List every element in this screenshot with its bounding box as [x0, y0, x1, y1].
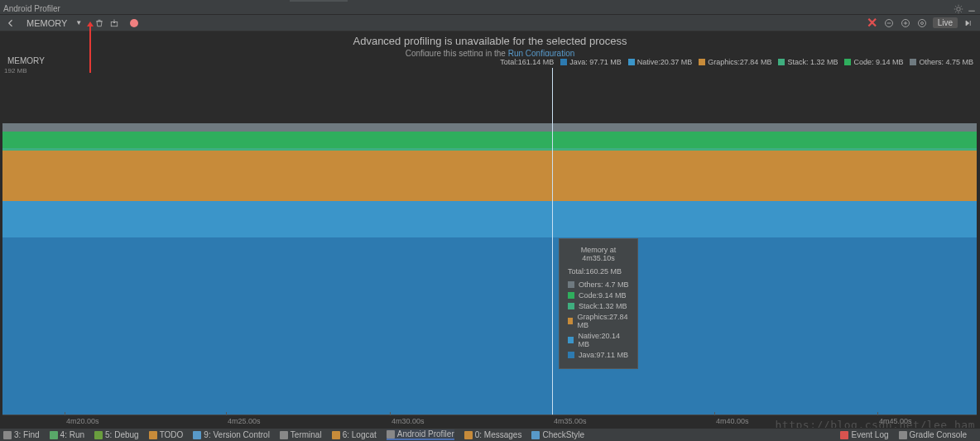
- window-top-strip: [0, 0, 980, 3]
- yaxis-label: 192 MB: [4, 67, 27, 74]
- toolwindow-tab[interactable]: 4: Run: [50, 430, 84, 439]
- tooltip-row: Java:97.11 MB: [568, 351, 629, 359]
- svg-point-5: [920, 22, 923, 24]
- legend-item: Stack: 1.32 MB: [778, 58, 838, 66]
- legend-item: Code: 9.14 MB: [844, 58, 903, 66]
- chart-plot[interactable]: 192 MB 128 64: [2, 68, 977, 415]
- toolwindow-tab[interactable]: 6: Logcat: [332, 430, 377, 439]
- tab-icon: [332, 431, 340, 439]
- time-tick: 4m25.00s: [228, 417, 261, 425]
- toolwindow-tab[interactable]: 3: Find: [3, 430, 40, 439]
- back-arrow-icon[interactable]: [3, 16, 18, 31]
- profiler-message: Advanced profiling is unavailable for th…: [0, 31, 980, 56]
- tab-icon: [50, 431, 58, 439]
- toolwindow-tab[interactable]: Terminal: [280, 430, 322, 439]
- profiler-mode-label[interactable]: MEMORY: [26, 18, 67, 28]
- tooltip-title: Memory at 4m35.10s: [568, 246, 629, 262]
- tooltip-row: Others: 4.7 MB: [568, 280, 629, 289]
- svg-point-0: [957, 7, 961, 11]
- trash-icon[interactable]: [92, 16, 107, 31]
- title-bar: Android Profiler: [0, 3, 980, 15]
- time-tick: 4m40.00s: [716, 417, 749, 425]
- chart-layer-native: [2, 201, 977, 238]
- chart-layer-code: [2, 132, 977, 148]
- tab-icon: [193, 431, 201, 439]
- tab-icon: [840, 431, 848, 439]
- toolwindow-tab[interactable]: Android Profiler: [387, 429, 454, 440]
- toolwindow-tab[interactable]: Event Log: [840, 430, 888, 439]
- legend-item: Native:20.37 MB: [628, 58, 693, 66]
- export-icon[interactable]: [107, 16, 122, 31]
- time-tick: 4m20.00s: [66, 417, 99, 425]
- tab-icon: [280, 431, 288, 439]
- toolwindow-tab[interactable]: 0: Messages: [464, 430, 522, 439]
- tooltip-row: Native:20.14 MB: [568, 332, 629, 348]
- toolwindow-tab[interactable]: 9: Version Control: [193, 430, 270, 439]
- zoom-in-icon[interactable]: [899, 17, 912, 30]
- chart-layer-java: [2, 237, 977, 415]
- svg-point-4: [918, 19, 925, 26]
- annotation-arrow: [89, 25, 91, 73]
- chart-title: MEMORY: [7, 56, 45, 65]
- tooltip-row: Code:9.14 MB: [568, 291, 629, 300]
- toolwindow-tab[interactable]: 5: Debug: [94, 430, 139, 439]
- go-to-end-icon[interactable]: [962, 17, 975, 30]
- zoom-fit-icon[interactable]: [915, 17, 929, 30]
- tab-icon: [149, 431, 157, 439]
- chart-layer-graphics: [2, 151, 977, 201]
- tooltip-row: Graphics:27.84 MB: [568, 313, 629, 329]
- profiler-toolbar: MEMORY ▼ ✕ Live: [0, 15, 980, 31]
- chart-tooltip: Memory at 4m35.10s Total:160.25 MB Other…: [559, 238, 638, 369]
- chart-layer-others: [2, 123, 977, 132]
- legend-item: Java: 97.71 MB: [560, 58, 622, 66]
- toolwindow-tab[interactable]: Gradle Console: [899, 430, 967, 439]
- tab-icon: [899, 431, 907, 439]
- tab-icon: [94, 431, 103, 439]
- live-button[interactable]: Live: [933, 17, 958, 28]
- zoom-out-icon[interactable]: [882, 17, 896, 30]
- window-title: Android Profiler: [3, 4, 60, 13]
- toolwindow-tab[interactable]: TODO: [149, 430, 184, 439]
- tooltip-total: Total:160.25 MB: [568, 267, 629, 276]
- legend-item: Graphics:27.84 MB: [699, 58, 771, 66]
- tab-icon: [387, 430, 395, 439]
- record-icon[interactable]: [127, 16, 142, 31]
- tab-icon: [3, 431, 12, 439]
- tab-icon: [464, 431, 473, 439]
- tab-icon: [531, 431, 540, 439]
- settings-icon[interactable]: [954, 4, 963, 14]
- chart-legend: Total:161.14 MBJava: 97.71 MBNative:20.3…: [493, 56, 973, 68]
- message-title: Advanced profiling is unavailable for th…: [0, 35, 980, 47]
- status-bar: 3: Find4: Run5: DebugTODO9: Version Cont…: [0, 428, 980, 441]
- time-tick: 4m30.00s: [392, 417, 425, 425]
- tooltip-row: Stack:1.32 MB: [568, 302, 629, 310]
- close-icon[interactable]: ✕: [866, 17, 879, 30]
- tab-hint: [290, 0, 348, 2]
- memory-chart[interactable]: MEMORY Total:161.14 MBJava: 97.71 MBNati…: [2, 56, 977, 428]
- legend-item: Others: 4.75 MB: [910, 58, 973, 66]
- time-tick: 4m35.00s: [554, 417, 587, 425]
- chart-layer-stack: [2, 148, 977, 151]
- dropdown-icon[interactable]: ▼: [75, 19, 82, 26]
- toolwindow-tab[interactable]: CheckStyle: [531, 430, 584, 439]
- minimize-icon[interactable]: [967, 4, 977, 14]
- legend-item: Total:161.14 MB: [500, 58, 554, 66]
- chart-cursor[interactable]: [552, 68, 553, 415]
